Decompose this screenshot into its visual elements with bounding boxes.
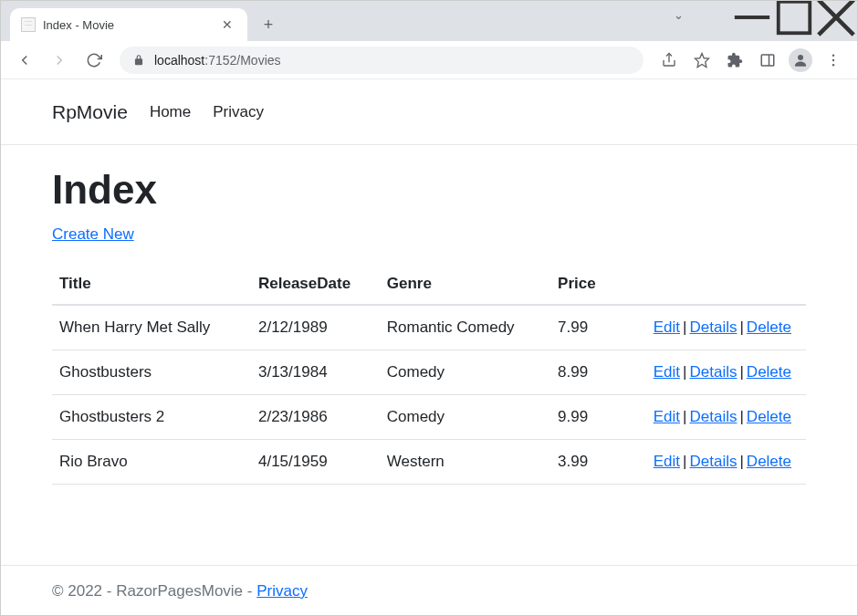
nav-link-home[interactable]: Home (150, 103, 191, 121)
details-link[interactable]: Details (689, 318, 737, 336)
cell-title: Ghostbusters (52, 350, 251, 395)
cell-price: 8.99 (550, 350, 613, 395)
cell-genre: Romantic Comedy (380, 305, 550, 350)
cell-actions: Edit|Details|Delete (613, 440, 806, 485)
table-row: When Harry Met Sally2/12/1989Romantic Co… (52, 305, 806, 350)
delete-link[interactable]: Delete (747, 363, 791, 381)
col-genre: Genre (380, 266, 550, 305)
svg-point-8 (798, 55, 803, 60)
sidepanel-icon[interactable] (753, 46, 782, 75)
url-host: localhost (154, 53, 204, 68)
details-link[interactable]: Details (689, 363, 737, 381)
favicon (21, 17, 36, 32)
cell-price: 9.99 (550, 395, 613, 440)
col-actions (613, 266, 806, 305)
edit-link[interactable]: Edit (654, 318, 680, 336)
avatar (789, 48, 812, 72)
edit-link[interactable]: Edit (654, 453, 680, 470)
star-icon[interactable] (687, 46, 717, 75)
delete-link[interactable]: Delete (747, 408, 791, 425)
lock-icon (132, 54, 145, 67)
cell-title: Rio Bravo (52, 440, 251, 485)
svg-marker-5 (696, 53, 709, 67)
cell-title: When Harry Met Sally (52, 305, 251, 350)
window-titlebar: Index - Movie ✕ + ⌄ (1, 1, 857, 41)
forward-button[interactable] (45, 46, 74, 75)
cell-releasedate: 4/15/1959 (251, 440, 380, 485)
cell-genre: Western (380, 440, 550, 485)
delete-link[interactable]: Delete (747, 453, 791, 470)
tab-title: Index - Movie (43, 18, 218, 32)
col-releasedate: ReleaseDate (251, 266, 380, 305)
cell-title: Ghostbusters 2 (52, 395, 251, 440)
delete-link[interactable]: Delete (747, 318, 791, 336)
edit-link[interactable]: Edit (654, 408, 680, 425)
footer-privacy-link[interactable]: Privacy (256, 582, 308, 600)
cell-releasedate: 2/12/1989 (251, 305, 380, 350)
svg-point-10 (832, 58, 834, 60)
col-title: Title (52, 266, 251, 305)
back-button[interactable] (10, 46, 39, 75)
svg-rect-6 (761, 55, 774, 66)
url-path: :7152/Movies (204, 53, 280, 68)
svg-point-11 (832, 64, 834, 66)
create-new-link[interactable]: Create New (52, 225, 134, 244)
share-icon[interactable] (654, 46, 684, 75)
close-tab-icon[interactable]: ✕ (218, 14, 236, 36)
svg-point-9 (832, 54, 834, 56)
profile-button[interactable] (786, 46, 815, 75)
cell-price: 7.99 (550, 305, 613, 350)
cell-actions: Edit|Details|Delete (613, 305, 806, 350)
window-controls (731, 1, 857, 33)
details-link[interactable]: Details (689, 408, 737, 425)
browser-tab[interactable]: Index - Movie ✕ (10, 8, 247, 41)
nav-link-privacy[interactable]: Privacy (213, 103, 264, 121)
details-link[interactable]: Details (689, 453, 737, 470)
cell-price: 3.99 (550, 440, 613, 485)
svg-rect-1 (779, 1, 811, 33)
table-row: Ghostbusters 22/23/1986Comedy9.99Edit|De… (52, 395, 806, 440)
content: Index Create New Title ReleaseDate Genre… (1, 145, 857, 565)
col-price: Price (550, 266, 613, 305)
footer: © 2022 - RazorPagesMovie - Privacy (1, 565, 857, 616)
chevron-down-icon[interactable]: ⌄ (674, 8, 684, 22)
url-text: localhost:7152/Movies (154, 53, 281, 68)
brand[interactable]: RpMovie (52, 101, 128, 123)
cell-releasedate: 2/23/1986 (251, 395, 380, 440)
cell-genre: Comedy (380, 350, 550, 395)
cell-actions: Edit|Details|Delete (613, 350, 806, 395)
address-bar[interactable]: localhost:7152/Movies (120, 47, 644, 74)
menu-icon[interactable] (819, 46, 848, 75)
browser-toolbar: localhost:7152/Movies (1, 41, 857, 79)
footer-text: © 2022 - RazorPagesMovie - (52, 582, 256, 600)
cell-actions: Edit|Details|Delete (613, 395, 806, 440)
cell-releasedate: 3/13/1984 (251, 350, 380, 395)
table-row: Ghostbusters3/13/1984Comedy8.99Edit|Deta… (52, 350, 806, 395)
reload-button[interactable] (79, 46, 109, 75)
cell-genre: Comedy (380, 395, 550, 440)
minimize-button[interactable] (731, 1, 773, 33)
app-navbar: RpMovie Home Privacy (1, 79, 857, 145)
page: RpMovie Home Privacy Index Create New Ti… (1, 79, 857, 616)
close-window-button[interactable] (815, 1, 857, 33)
extensions-icon[interactable] (720, 46, 749, 75)
edit-link[interactable]: Edit (654, 363, 680, 381)
maximize-button[interactable] (773, 1, 815, 33)
page-title: Index (52, 167, 806, 213)
movies-table: Title ReleaseDate Genre Price When Harry… (52, 266, 806, 485)
table-row: Rio Bravo4/15/1959Western3.99Edit|Detail… (52, 440, 806, 485)
new-tab-button[interactable]: + (255, 11, 282, 38)
